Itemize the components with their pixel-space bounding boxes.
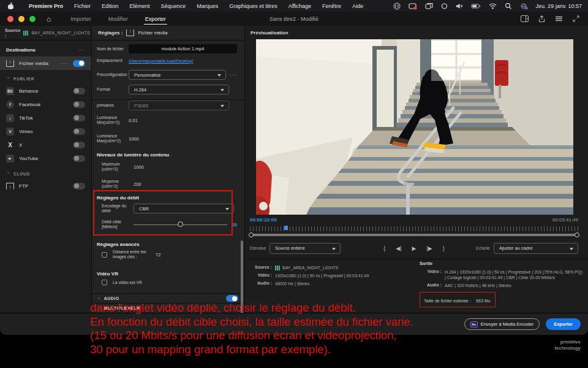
destination-fichier-media[interactable]: ↓ Fichier média ··· [0, 56, 91, 70]
destination-youtube[interactable]: ▶ YouTube [0, 151, 91, 165]
cloud-section-header[interactable]: › CLOUD [0, 165, 91, 179]
menu-fichier[interactable]: Fichier [69, 3, 96, 9]
max-light-value[interactable]: 1000 [134, 164, 144, 170]
facebook-label: Facebook [19, 102, 68, 107]
mute-icon[interactable] [456, 2, 463, 10]
mark-out-button[interactable]: } [443, 245, 445, 251]
timeline-range-slider[interactable] [250, 234, 578, 236]
menu-hamburger-icon[interactable] [555, 15, 563, 23]
home-icon[interactable]: ⌂ [47, 15, 51, 23]
menu-fenetre[interactable]: Fenêtre [317, 3, 347, 9]
destination-vimeo[interactable]: V Vimeo [0, 125, 91, 138]
keyframe-checkbox[interactable] [102, 252, 107, 258]
preset-dropdown[interactable]: Personnalisé [129, 70, 226, 80]
close-window-button[interactable] [7, 16, 13, 22]
range-dropdown[interactable]: Source entière [270, 243, 341, 254]
mission-control-icon[interactable] [425, 2, 433, 10]
user-account-icon[interactable] [520, 2, 528, 10]
annotation-line-1: dans l'onglet vidéo déplié, choisir le r… [90, 301, 482, 315]
play-button[interactable]: ▶ [412, 245, 417, 251]
scale-dropdown[interactable]: Ajuster au cadre [494, 243, 578, 254]
destination-facebook[interactable]: f Facebook [0, 98, 91, 111]
menu-aide[interactable]: Aide [347, 3, 369, 9]
advanced-settings-header: Réglages avancés [97, 242, 139, 247]
menu-element[interactable]: Elément [124, 3, 156, 9]
screen-record-icon[interactable] [409, 2, 417, 10]
tab-importer[interactable]: Importer [62, 12, 100, 26]
menu-edition[interactable]: Edition [96, 3, 124, 9]
facebook-toggle[interactable] [73, 101, 85, 108]
tiktok-toggle[interactable] [73, 115, 85, 121]
tiktok-icon: ♪ [6, 114, 14, 122]
ftp-toggle[interactable] [73, 183, 85, 190]
tiktok-label: TikTok [19, 115, 68, 121]
target-bitrate-slider[interactable] [134, 221, 227, 228]
primaries-dropdown: P3D65 [129, 101, 229, 110]
vr-checkbox[interactable] [102, 280, 107, 285]
avg-light-value[interactable]: 200 [134, 182, 141, 187]
format-dropdown[interactable]: H.264 [129, 85, 229, 94]
destinations-more-icon[interactable]: ··· [78, 47, 85, 53]
workspace-icon[interactable] [521, 15, 529, 23]
playhead-marker[interactable] [284, 226, 288, 230]
tab-modifier[interactable]: Modifier [100, 12, 137, 26]
spotlight-icon[interactable] [505, 2, 512, 10]
source-video-value: 1920x1080 (1,0) | 50 i/s | Progressif | … [275, 273, 369, 278]
keyframe-value[interactable]: 72 [156, 252, 160, 258]
slider-handle[interactable] [178, 221, 183, 227]
x-icon: X [6, 141, 14, 149]
fichier-media-more-icon[interactable]: ··· [61, 60, 68, 66]
video-preview-frame[interactable] [256, 39, 573, 215]
range-start-handle[interactable] [249, 232, 254, 237]
menu-premiere-pro[interactable]: Premiere Pro [23, 3, 69, 9]
youtube-toggle[interactable] [73, 155, 85, 162]
source-label: Source : [5, 28, 20, 39]
scale-label: Echelle [476, 246, 490, 250]
apple-menu-icon[interactable] [7, 2, 15, 10]
fullscreen-icon[interactable] [573, 15, 579, 23]
menu-sequence[interactable]: Séquence [156, 3, 192, 9]
destination-ftp[interactable]: ↑ FTP [0, 179, 91, 193]
minimize-window-button[interactable] [18, 16, 24, 22]
bitrate-encoding-dropdown[interactable]: CBR [134, 204, 234, 213]
menu-marques[interactable]: Marques [191, 3, 224, 9]
source-row: Source : BAY_AREA_NIGHT_LIGHTS [0, 26, 91, 40]
tab-exporter[interactable]: Exporter [137, 12, 175, 26]
watermark-line-2: technology [554, 345, 581, 351]
destination-behance[interactable]: Bē Behance [0, 84, 91, 98]
max-light-label: Maximum (cd/m^2) [102, 162, 134, 172]
wifi-icon[interactable] [489, 2, 497, 10]
location-link[interactable]: /Users/macportable.load/Desktop/ [129, 59, 193, 63]
luminance-min-value[interactable]: 0.01 [129, 118, 138, 123]
preset-more-icon[interactable]: ··· [230, 72, 237, 78]
chevron-down-icon [221, 105, 224, 107]
timeline-ruler[interactable] [250, 226, 578, 231]
behance-toggle[interactable] [73, 88, 85, 94]
zoom-window-button[interactable] [29, 16, 36, 22]
menubar-clock[interactable]: Jeu. 29 janv. 10:57 [536, 3, 582, 9]
mark-in-button[interactable]: { [383, 245, 385, 251]
export-button[interactable]: Exporter [546, 318, 581, 330]
range-end-handle[interactable] [575, 232, 579, 237]
menu-graphiques[interactable]: Graphiques et titres [224, 3, 283, 9]
destination-tiktok[interactable]: ♪ TikTok [0, 111, 91, 125]
luminance-max-value[interactable]: 1000 [129, 136, 139, 142]
share-icon[interactable] [538, 15, 545, 23]
menu-affichage[interactable]: Affichage [283, 3, 317, 9]
circle-status-icon[interactable] [441, 2, 448, 10]
output-summary: Sortie Vidéo : H.264 | 1920x1080 (1,0) |… [420, 261, 584, 307]
target-bitrate-value[interactable]: 20 [232, 222, 237, 228]
fichier-media-toggle[interactable] [73, 60, 85, 67]
facebook-icon: f [6, 101, 14, 109]
x-toggle[interactable] [73, 142, 85, 148]
ftp-icon: ↑ [6, 183, 14, 190]
publish-section-header[interactable]: › PUBLIER [0, 70, 91, 84]
primaries-label: primaires [97, 103, 129, 108]
control-center-icon[interactable] [393, 2, 401, 10]
filename-input[interactable]: module Action 1.mp4 [129, 44, 237, 53]
destination-x[interactable]: X X [0, 138, 91, 151]
step-forward-button[interactable]: |▶ [426, 245, 432, 251]
preset-value: Personnalisé [134, 72, 160, 78]
vimeo-toggle[interactable] [73, 128, 85, 135]
step-back-button[interactable]: ◀| [396, 245, 401, 251]
